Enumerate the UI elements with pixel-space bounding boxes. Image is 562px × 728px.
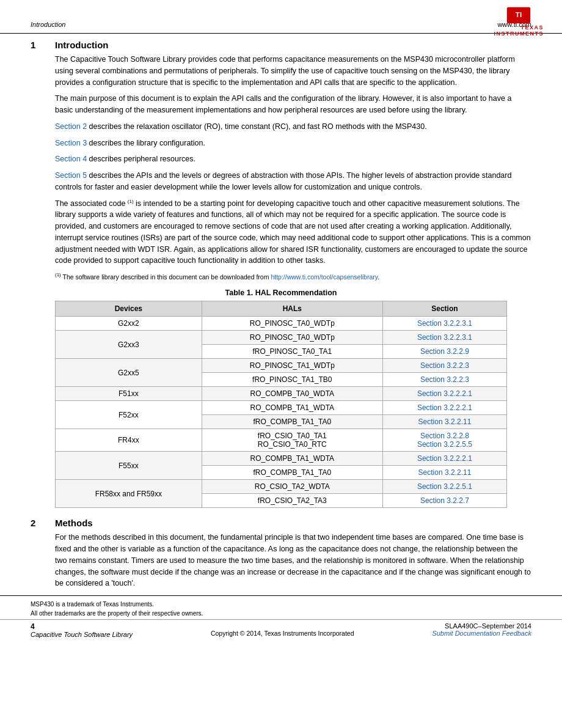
ti-logo: TI TEXAS INSTRUMENTS: [494, 6, 544, 37]
table-row: G2xx3RO_PINOSC_TA0_WDTpSection 3.2.2.3.1: [56, 331, 507, 345]
table-cell-hal: fRO_PINOSC_TA0_TA1: [202, 345, 382, 359]
footer-left: 4 Capacitive Touch Software Library: [31, 622, 133, 638]
footnote-end: .: [378, 273, 379, 281]
table-cell-section: Section 3.2.2.11: [382, 415, 506, 429]
table-row: F55xxRO_COMPB_TA1_WDTASection 3.2.2.2.1: [56, 452, 507, 466]
section5-link[interactable]: Section 5: [55, 171, 87, 180]
section4-link-desc: describes peripheral resources.: [87, 155, 195, 163]
col-hals: HALs: [202, 301, 382, 317]
table-cell-section: Section 3.2.2.11: [382, 466, 506, 480]
table-row: FR4xxfRO_CSIO_TA0_TA1RO_CSIO_TA0_RTCSect…: [56, 429, 507, 452]
table-row: G2xx5RO_PINOSC_TA1_WDTpSection 3.2.2.3: [56, 359, 507, 373]
table-title: Table 1. HAL Recommendation: [55, 289, 507, 297]
table-cell-section: Section 3.2.2.2.1: [382, 387, 506, 401]
associated-code-text: The associated code: [55, 199, 128, 208]
table-cell-device: FR58xx and FR59xx: [56, 480, 202, 508]
table-cell-device: G2xx3: [56, 331, 202, 359]
footnote: (1) The software library described in th…: [55, 271, 531, 281]
table-cell-hal: fRO_COMPB_TA1_TA0: [202, 415, 382, 429]
table-cell-section: Section 3.2.2.2.1: [382, 401, 506, 415]
section1-title: Introduction: [55, 40, 108, 50]
trademark: MSP430 is a trademark of Texas Instrumen…: [0, 595, 562, 619]
footnote-link[interactable]: http://www.ti.com/tool/capsenselibrary: [271, 273, 378, 281]
table-cell-section: Section 3.2.2.9: [382, 345, 506, 359]
svg-text:TI: TI: [516, 10, 522, 18]
table-cell-section: Section 3.2.2.3: [382, 373, 506, 387]
page-footer: 4 Capacitive Touch Software Library Copy…: [0, 619, 562, 642]
section1-para1: The Capacitive Touch Software Library pr…: [55, 54, 531, 88]
table-cell-hal: RO_PINOSC_TA0_WDTp: [202, 317, 382, 331]
section2-number: 2: [31, 518, 43, 528]
table-cell-section: Section 3.2.2.3.1: [382, 331, 506, 345]
section2-title: Methods: [55, 518, 93, 528]
section1-heading: 1 Introduction: [31, 40, 531, 50]
col-devices: Devices: [56, 301, 202, 317]
footnote-super: (1): [55, 272, 61, 278]
footnote-text: The software library described in this d…: [63, 273, 271, 281]
section2-link[interactable]: Section 2: [55, 122, 87, 131]
table-cell-hal: RO_COMPB_TA0_WDTA: [202, 387, 382, 401]
section4-link-para: Section 4 describes peripheral resources…: [55, 153, 531, 165]
section1-number: 1: [31, 40, 43, 50]
col-section: Section: [382, 301, 506, 317]
section5-link-desc: describes the APIs and the levels or deg…: [55, 171, 511, 191]
section3-link[interactable]: Section 3: [55, 139, 87, 147]
associated-code-super: (1): [128, 199, 134, 204]
section3-link-para: Section 3 describes the library configur…: [55, 138, 531, 149]
hal-recommendation-table-section: Table 1. HAL Recommendation Devices HALs…: [55, 289, 507, 508]
table-cell-hal: fRO_COMPB_TA1_TA0: [202, 466, 382, 480]
main-content: 1 Introduction The Capacitive Touch Soft…: [0, 40, 562, 589]
table-cell-section: Section 3.2.2.7: [382, 494, 506, 508]
table-cell-device: F52xx: [56, 401, 202, 429]
section1-para2: The main purpose of this document is to …: [55, 93, 531, 116]
footer-right: SLAA490C–September 2014 Submit Documenta…: [432, 622, 531, 637]
logo-line2: INSTRUMENTS: [494, 31, 544, 37]
footer-copyright: Copyright © 2014, Texas Instruments Inco…: [211, 630, 354, 638]
associated-code-rest: is intended to be a starting point for d…: [55, 199, 531, 265]
footer-doc-number: SLAA490C–September 2014: [445, 622, 531, 630]
table-cell-hal: RO_PINOSC_TA1_WDTp: [202, 359, 382, 373]
table-cell-hal: RO_COMPB_TA1_WDTA: [202, 401, 382, 415]
table-cell-hal: fRO_CSIO_TA0_TA1RO_CSIO_TA0_RTC: [202, 429, 382, 452]
table-cell-section: Section 3.2.2.2.1: [382, 452, 506, 466]
table-cell-section: Section 3.2.2.3: [382, 359, 506, 373]
section2-heading: 2 Methods: [31, 518, 531, 528]
submit-feedback-link[interactable]: Submit Documentation Feedback: [432, 630, 531, 637]
section3-link-desc: describes the library configuration.: [87, 139, 205, 147]
table-cell-hal: fRO_CSIO_TA2_TA3: [202, 494, 382, 508]
table-cell-hal: RO_COMPB_TA1_WDTA: [202, 452, 382, 466]
table-row: F51xxRO_COMPB_TA0_WDTASection 3.2.2.2.1: [56, 387, 507, 401]
section5-link-para: Section 5 describes the APIs and the lev…: [55, 170, 531, 193]
table-cell-hal: fRO_PINOSC_TA1_TB0: [202, 373, 382, 387]
table-header-row: Devices HALs Section: [56, 301, 507, 317]
table-cell-hal: RO_CSIO_TA2_WDTA: [202, 480, 382, 494]
table-cell-section: Section 3.2.2.8Section 3.2.2.5.5: [382, 429, 506, 452]
header-section-label: Introduction: [31, 9, 65, 28]
trademark-line1: MSP430 is a trademark of Texas Instrumen…: [31, 600, 531, 609]
section2-link-desc: describes the relaxation oscillator (RO)…: [87, 122, 426, 131]
table-row: G2xx2RO_PINOSC_TA0_WDTpSection 3.2.2.3.1: [56, 317, 507, 331]
trademark-line2: All other trademarks are the property of…: [31, 609, 531, 618]
logo-line1: TEXAS: [520, 24, 544, 31]
section2-link-para: Section 2 describes the relaxation oscil…: [55, 121, 531, 133]
table-row: F52xxRO_COMPB_TA1_WDTASection 3.2.2.2.1: [56, 401, 507, 415]
table-cell-device: F51xx: [56, 387, 202, 401]
table-cell-device: F55xx: [56, 452, 202, 480]
table-cell-device: FR4xx: [56, 429, 202, 452]
table-row: FR58xx and FR59xxRO_CSIO_TA2_WDTASection…: [56, 480, 507, 494]
section2-para: For the methods described in this docume…: [55, 532, 531, 589]
footer-doc-title: Capacitive Touch Software Library: [31, 631, 133, 638]
section4-link[interactable]: Section 4: [55, 155, 87, 163]
table-cell-section: Section 3.2.2.3.1: [382, 317, 506, 331]
page-header: Introduction www.ti.com: [0, 0, 562, 34]
page-number: 4: [31, 622, 133, 631]
table-cell-section: Section 3.2.2.5.1: [382, 480, 506, 494]
table-cell-device: G2xx5: [56, 359, 202, 387]
hal-recommendation-table: Devices HALs Section G2xx2RO_PINOSC_TA0_…: [55, 301, 507, 508]
table-cell-hal: RO_PINOSC_TA0_WDTp: [202, 331, 382, 345]
associated-code-para: The associated code (1) is intended to b…: [55, 198, 531, 267]
table-cell-device: G2xx2: [56, 317, 202, 331]
